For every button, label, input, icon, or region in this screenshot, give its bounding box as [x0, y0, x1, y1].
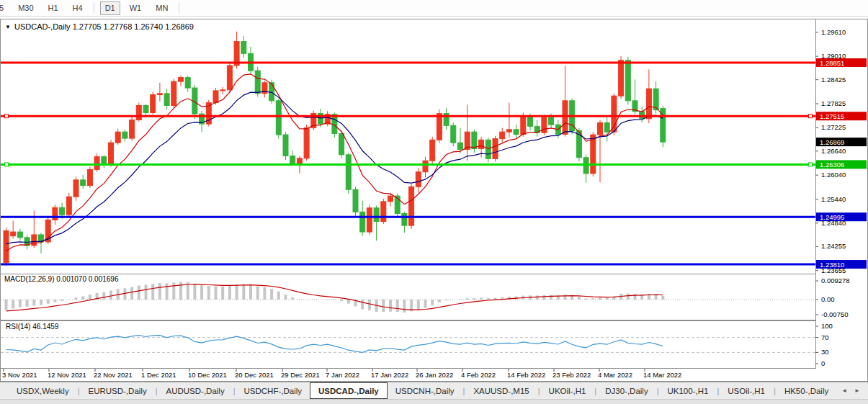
svg-text:1.25440: 1.25440 [821, 195, 846, 203]
tab-ukoil-h1[interactable]: UKOil-,H1 [541, 382, 594, 399]
svg-text:1.27225: 1.27225 [821, 123, 846, 131]
tabs-scroll-right-icon[interactable]: ► [851, 385, 864, 396]
svg-text:1 Dec 2021: 1 Dec 2021 [141, 371, 176, 379]
svg-text:1.28851: 1.28851 [820, 59, 844, 67]
chart-title-text: USDCAD-,Daily 1.27705 1.27768 1.26740 1.… [14, 22, 194, 31]
svg-text:22 Nov 2021: 22 Nov 2021 [94, 371, 133, 379]
svg-text:7 Jan 2022: 7 Jan 2022 [326, 371, 359, 379]
svg-text:30: 30 [821, 348, 829, 356]
tabs-scroll-left-icon[interactable]: ◄ [838, 385, 851, 396]
trading-terminal-window: { "toolbar": { "timeframes": [ {"label":… [0, 0, 868, 404]
timeframe-button-w1[interactable]: W1 [125, 1, 147, 15]
svg-text:1.27825: 1.27825 [821, 99, 846, 107]
tab-usdcnh-daily[interactable]: USDCNH-,Daily [388, 382, 462, 399]
price-badge-1.28851: 1.28851 [816, 58, 867, 67]
price-badge-1.27515: 1.27515 [816, 112, 867, 120]
panel-frames [1, 19, 868, 382]
svg-text:70: 70 [821, 333, 829, 341]
symbol-tab-bar: USDX,Weekly|EURUSD-,Daily|AUDUSD-,Daily|… [0, 382, 868, 399]
price-badge-1.24995: 1.24995 [816, 212, 867, 221]
svg-text:1.24255: 1.24255 [821, 242, 846, 250]
svg-text:1.26306: 1.26306 [820, 161, 844, 169]
rsi-label: RSI(14) 46.1459 [6, 323, 59, 331]
timeframe-button-d1[interactable]: D1 [100, 1, 120, 15]
svg-text:1.28425: 1.28425 [821, 76, 846, 84]
chart-surface[interactable]: 1.296101.290101.284251.278251.272251.266… [0, 0, 868, 404]
svg-text:1.26869: 1.26869 [820, 138, 844, 146]
toolbar-separator [94, 2, 94, 14]
tab-usdx-weekly[interactable]: USDX,Weekly [9, 382, 77, 399]
price-badge-1.23810: 1.23810 [816, 260, 867, 269]
tab-usoil-h1[interactable]: USOil-,H1 [720, 382, 773, 399]
svg-text:26 Jan 2022: 26 Jan 2022 [416, 371, 453, 379]
svg-text:1.24995: 1.24995 [820, 213, 844, 221]
tab-scroll-arrows: ◄► [838, 382, 868, 399]
toolbar-separator [179, 2, 179, 14]
tab-audusd-daily[interactable]: AUDUSD-,Daily [158, 382, 233, 399]
svg-text:1.27515: 1.27515 [820, 112, 844, 120]
svg-text:12 Nov 2021: 12 Nov 2021 [48, 371, 86, 379]
svg-text:0.009278: 0.009278 [821, 277, 850, 284]
tab-dj30-daily[interactable]: DJ30-,Daily [597, 382, 656, 399]
svg-text:23 Feb 2022: 23 Feb 2022 [552, 371, 591, 379]
date-axis: 3 Nov 202112 Nov 202122 Nov 20211 Dec 20… [2, 369, 681, 379]
svg-text:14 Feb 2022: 14 Feb 2022 [507, 371, 545, 379]
timeframe-button-m30[interactable]: M30 [13, 1, 38, 15]
svg-text:29 Dec 2021: 29 Dec 2021 [281, 371, 320, 379]
svg-text:100: 100 [821, 322, 833, 330]
timeframe-toolbar: 5M30H1H4D1W1MN [0, 0, 868, 17]
svg-text:4 Feb 2022: 4 Feb 2022 [461, 371, 496, 379]
tab-usdcad-daily[interactable]: USDCAD-,Daily [310, 382, 388, 399]
tab-xauusd-m15[interactable]: XAUUSD-,M15 [465, 382, 537, 399]
svg-text:0.00: 0.00 [821, 295, 835, 303]
svg-text:1.23810: 1.23810 [820, 261, 844, 269]
window-bottom-strip [0, 399, 868, 404]
svg-text:1.29610: 1.29610 [821, 28, 846, 36]
timeframe-button-h1[interactable]: H1 [43, 1, 63, 15]
chart-title: ▼USDCAD-,Daily 1.27705 1.27768 1.26740 1… [5, 22, 194, 31]
svg-text:1.26040: 1.26040 [821, 171, 846, 179]
svg-text:0: 0 [821, 359, 825, 367]
svg-text:14 Mar 2022: 14 Mar 2022 [643, 371, 681, 379]
tab-eurusd-daily[interactable]: EURUSD-,Daily [81, 382, 155, 399]
svg-text:4 Mar 2022: 4 Mar 2022 [598, 371, 632, 379]
svg-text:20 Dec 2021: 20 Dec 2021 [235, 371, 274, 379]
chart-menu-icon[interactable]: ▼ [5, 24, 11, 30]
svg-text:17 Jan 2022: 17 Jan 2022 [371, 371, 408, 379]
macd-label: MACD(12,26,9) 0.001070 0.001696 [4, 275, 119, 283]
timeframe-button-mn[interactable]: MN [151, 1, 173, 15]
tab-uk100-h1[interactable]: UK100-,H1 [660, 382, 717, 399]
svg-text:3 Nov 2021: 3 Nov 2021 [2, 371, 37, 379]
tab-usdchf-daily[interactable]: USDCHF-,Daily [236, 382, 310, 399]
timeframe-button-5[interactable]: 5 [0, 1, 9, 15]
current-price-badge: 1.26869 [816, 138, 867, 146]
svg-text:-0.00750: -0.00750 [821, 310, 849, 318]
svg-text:10 Dec 2021: 10 Dec 2021 [188, 371, 227, 379]
price-badge-1.26306: 1.26306 [816, 160, 867, 169]
timeframe-button-h4[interactable]: H4 [68, 1, 88, 15]
svg-text:1.26640: 1.26640 [821, 147, 846, 155]
tab-hk50-daily[interactable]: HK50-,Daily [777, 382, 836, 399]
